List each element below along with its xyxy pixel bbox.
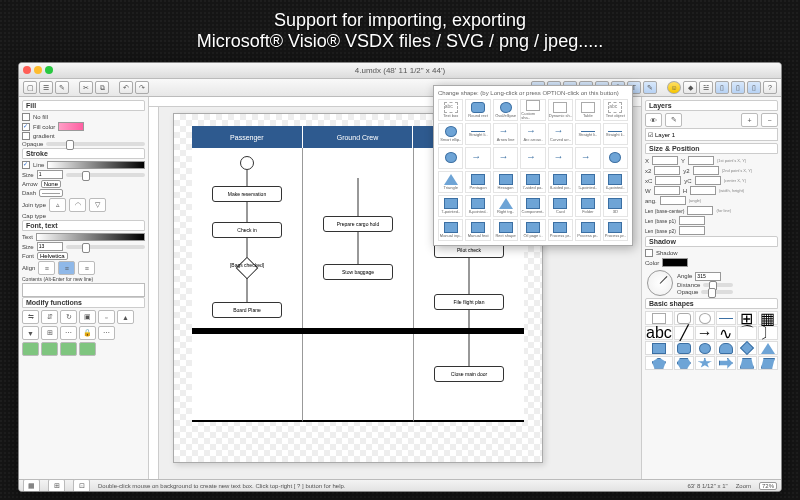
bshape-arrow-right[interactable]	[716, 356, 736, 370]
bshape-arc[interactable]: ⌒	[737, 326, 757, 340]
node-board-plane[interactable]: Board Plane	[212, 302, 282, 318]
align-center-button[interactable]: ≡	[58, 261, 75, 275]
nofill-checkbox[interactable]	[22, 113, 30, 121]
shape-option-11[interactable]: →Curved arr..	[548, 123, 573, 145]
fillcolor-swatch[interactable]	[58, 122, 84, 131]
start-node[interactable]	[240, 156, 254, 170]
new-doc-button[interactable]: ▢	[23, 81, 37, 94]
shape-option-15[interactable]: →	[465, 147, 490, 169]
h-field[interactable]	[690, 186, 716, 195]
join-bevel[interactable]: ▽	[89, 198, 106, 212]
grid-toggle-button[interactable]: ⊞	[48, 479, 65, 493]
shape-option-10[interactable]: →Arc arrow..	[520, 123, 545, 145]
shape-option-27[interactable]: 6-pointed..	[603, 171, 628, 193]
y2-field[interactable]	[693, 166, 719, 175]
shape-option-22[interactable]: Pentagon	[465, 171, 490, 193]
shape-option-12[interactable]: Straight li..	[575, 123, 600, 145]
text-contents-field[interactable]	[22, 283, 145, 297]
save-button[interactable]: ✎	[55, 81, 69, 94]
add-shape-3[interactable]	[60, 342, 77, 356]
page-nav-button[interactable]: ▦	[23, 479, 40, 493]
bshape-tri[interactable]	[758, 341, 778, 355]
minimize-icon[interactable]	[34, 66, 42, 74]
shape-option-41[interactable]: Process pr..	[603, 219, 628, 241]
shape-option-1[interactable]: Round rect	[465, 99, 490, 121]
shape-option-25[interactable]: 8-sided po..	[548, 171, 573, 193]
shadow-checkbox[interactable]	[645, 249, 653, 257]
shape-option-9[interactable]: →Arrow line	[493, 123, 518, 145]
distribute-button[interactable]: ⋯	[60, 326, 77, 340]
shape-option-29[interactable]: 8-pointed..	[465, 195, 490, 217]
shadow-color-swatch[interactable]	[662, 258, 688, 267]
bshape-ellipse[interactable]	[695, 311, 715, 325]
flip-v-button[interactable]: ⇵	[41, 310, 58, 324]
bshape-hex[interactable]	[674, 356, 694, 370]
join-miter[interactable]: ▵	[49, 198, 66, 212]
align-right-button[interactable]: ≡	[78, 261, 95, 275]
layer-remove-button[interactable]: −	[761, 113, 778, 127]
x2-field[interactable]	[654, 166, 680, 175]
shape-option-31[interactable]: Component..	[520, 195, 545, 217]
bshape-fill-rect[interactable]	[645, 341, 673, 355]
shape-option-39[interactable]: Process pr..	[548, 219, 573, 241]
node-stow-baggage[interactable]: Stow baggage	[323, 264, 393, 280]
shape-option-18[interactable]: →	[548, 147, 573, 169]
zoom-icon[interactable]	[45, 66, 53, 74]
shape-option-16[interactable]: →	[493, 147, 518, 169]
lock-button[interactable]: 🔒	[79, 326, 96, 340]
traffic-lights[interactable]	[23, 66, 53, 74]
x-field[interactable]	[652, 156, 678, 165]
shape-option-38[interactable]: Oil page i..	[520, 219, 545, 241]
shape-option-8[interactable]: Straight li..	[465, 123, 490, 145]
layer-visible-icon[interactable]: 👁	[645, 113, 662, 127]
layer-row-1[interactable]: ☑Layer 1	[645, 128, 778, 141]
shape-option-3[interactable]: Custom sha..	[520, 99, 545, 121]
bshape-rect[interactable]	[645, 311, 673, 325]
shape-option-34[interactable]: 3D	[603, 195, 628, 217]
shape-option-14[interactable]	[438, 147, 463, 169]
bshape-fill-ell[interactable]	[695, 341, 715, 355]
rotate-button[interactable]: ↻	[60, 310, 77, 324]
shape-option-33[interactable]: Folder	[575, 195, 600, 217]
shadow-angle-field[interactable]: 315	[695, 272, 721, 281]
shape-option-2[interactable]: Oval/ellipse	[493, 99, 518, 121]
layer-lock-icon[interactable]: ✎	[665, 113, 682, 127]
tool-pen[interactable]: ✎	[643, 81, 657, 94]
shape-option-5[interactable]: Table	[575, 99, 600, 121]
shadow-opacity-slider[interactable]	[701, 290, 733, 294]
shadow-distance-slider[interactable]	[703, 283, 733, 287]
bshape-diamond[interactable]	[737, 341, 757, 355]
bshape-pent[interactable]	[645, 356, 673, 370]
bshape-trap[interactable]	[737, 356, 757, 370]
w-field[interactable]	[654, 186, 680, 195]
shape-option-21[interactable]: Triangle	[438, 171, 463, 193]
close-icon[interactable]	[23, 66, 31, 74]
front-button[interactable]: ▲	[117, 310, 134, 324]
group-button[interactable]: ▣	[79, 310, 96, 324]
zoom-value[interactable]: 72%	[759, 482, 777, 490]
arrow-select[interactable]: None	[41, 180, 61, 188]
align-left-button[interactable]: ≡	[38, 261, 55, 275]
bshape-fill-cyl[interactable]	[716, 341, 736, 355]
flip-h-button[interactable]: ⇋	[22, 310, 39, 324]
layers-button[interactable]: ☱	[699, 81, 713, 94]
align-tools-button[interactable]: ⊞	[41, 326, 58, 340]
shape-option-36[interactable]: Manual feat	[465, 219, 490, 241]
copy-button[interactable]: ⧉	[95, 81, 109, 94]
help-button[interactable]: ?	[763, 81, 777, 94]
node-make-reservation[interactable]: Make reservation	[212, 186, 282, 202]
stroke-size-slider[interactable]	[66, 173, 145, 177]
node-prepare-cargo[interactable]: Prepare cargo hold	[323, 216, 393, 232]
shape-option-24[interactable]: 7-sided po..	[520, 171, 545, 193]
more-button[interactable]: ⋯	[98, 326, 115, 340]
add-shape-4[interactable]	[79, 342, 96, 356]
shape-option-4[interactable]: Dynamic sh..	[548, 99, 573, 121]
angle-field[interactable]	[660, 196, 686, 205]
fontsize-slider[interactable]	[66, 245, 145, 249]
panel-toggle-3[interactable]: ▯	[747, 81, 761, 94]
shape-option-32[interactable]: Card	[548, 195, 573, 217]
shape-option-26[interactable]: 5-pointed..	[575, 171, 600, 193]
emoji-button[interactable]: ☺	[667, 81, 681, 94]
fillcolor-checkbox[interactable]	[22, 123, 30, 131]
undo-button[interactable]: ↶	[119, 81, 133, 94]
